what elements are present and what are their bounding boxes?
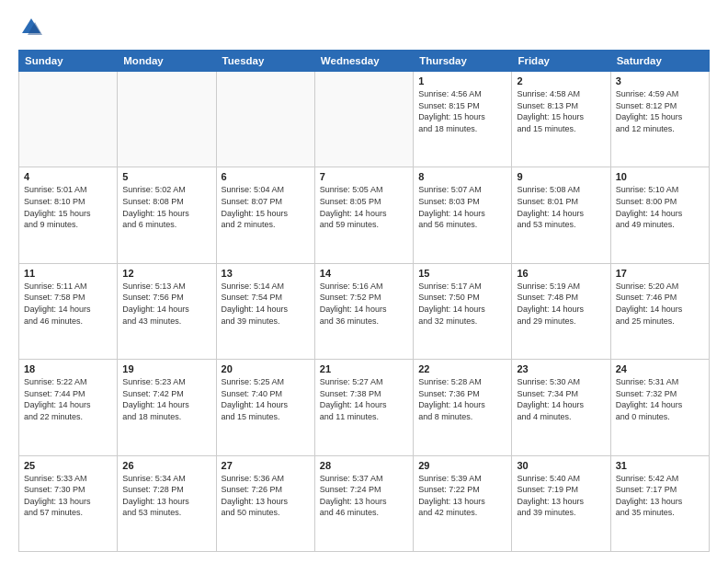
- day-info: Sunrise: 5:08 AMSunset: 8:01 PMDaylight:…: [517, 184, 605, 230]
- day-number: 21: [320, 363, 408, 374]
- calendar-cell: 25Sunrise: 5:33 AMSunset: 7:30 PMDayligh…: [19, 455, 118, 551]
- day-info: Sunrise: 5:28 AMSunset: 7:36 PMDaylight:…: [418, 376, 506, 422]
- day-number: 22: [418, 363, 506, 374]
- calendar-cell: [19, 72, 118, 167]
- day-number: 5: [122, 171, 210, 182]
- calendar-table: SundayMondayTuesdayWednesdayThursdayFrid…: [18, 50, 710, 552]
- day-info: Sunrise: 5:05 AMSunset: 8:05 PMDaylight:…: [320, 184, 408, 230]
- day-number: 18: [24, 363, 112, 374]
- calendar-cell: 21Sunrise: 5:27 AMSunset: 7:38 PMDayligh…: [314, 360, 413, 455]
- calendar-cell: [314, 72, 413, 167]
- calendar-cell: 23Sunrise: 5:30 AMSunset: 7:34 PMDayligh…: [512, 360, 610, 455]
- weekday-friday: Friday: [512, 51, 610, 72]
- day-number: 20: [222, 363, 310, 374]
- day-number: 28: [320, 460, 408, 471]
- calendar-cell: [118, 72, 216, 167]
- day-number: 23: [517, 363, 605, 374]
- day-number: 26: [122, 460, 210, 471]
- day-info: Sunrise: 5:17 AMSunset: 7:50 PMDaylight:…: [418, 281, 506, 327]
- day-info: Sunrise: 4:58 AMSunset: 8:13 PMDaylight:…: [517, 88, 605, 134]
- day-number: 13: [222, 268, 310, 279]
- day-info: Sunrise: 4:59 AMSunset: 8:12 PMDaylight:…: [616, 88, 704, 134]
- day-number: 7: [320, 171, 408, 182]
- calendar-cell: 2Sunrise: 4:58 AMSunset: 8:13 PMDaylight…: [512, 72, 610, 167]
- day-info: Sunrise: 5:14 AMSunset: 7:54 PMDaylight:…: [222, 281, 310, 327]
- weekday-thursday: Thursday: [414, 51, 512, 72]
- calendar-cell: 11Sunrise: 5:11 AMSunset: 7:58 PMDayligh…: [19, 263, 118, 359]
- day-number: 3: [616, 75, 704, 86]
- weekday-monday: Monday: [118, 51, 216, 72]
- day-number: 14: [320, 268, 408, 279]
- day-number: 10: [616, 171, 704, 182]
- day-number: 24: [616, 363, 704, 374]
- calendar-cell: 5Sunrise: 5:02 AMSunset: 8:08 PMDaylight…: [118, 167, 216, 263]
- day-number: 8: [418, 171, 506, 182]
- day-number: 12: [122, 268, 210, 279]
- calendar-cell: 30Sunrise: 5:40 AMSunset: 7:19 PMDayligh…: [512, 455, 610, 551]
- day-info: Sunrise: 5:10 AMSunset: 8:00 PMDaylight:…: [616, 184, 704, 230]
- day-number: 30: [517, 460, 605, 471]
- day-info: Sunrise: 5:13 AMSunset: 7:56 PMDaylight:…: [122, 281, 210, 327]
- day-info: Sunrise: 5:04 AMSunset: 8:07 PMDaylight:…: [222, 184, 310, 230]
- calendar-cell: 28Sunrise: 5:37 AMSunset: 7:24 PMDayligh…: [314, 455, 413, 551]
- day-number: 29: [418, 460, 506, 471]
- day-info: Sunrise: 5:31 AMSunset: 7:32 PMDaylight:…: [616, 376, 704, 422]
- calendar-cell: 19Sunrise: 5:23 AMSunset: 7:42 PMDayligh…: [118, 360, 216, 455]
- day-info: Sunrise: 5:19 AMSunset: 7:48 PMDaylight:…: [517, 281, 605, 327]
- calendar-cell: 17Sunrise: 5:20 AMSunset: 7:46 PMDayligh…: [610, 263, 709, 359]
- day-number: 27: [222, 460, 310, 471]
- weekday-tuesday: Tuesday: [216, 51, 314, 72]
- day-number: 17: [616, 268, 704, 279]
- calendar-cell: 18Sunrise: 5:22 AMSunset: 7:44 PMDayligh…: [19, 360, 118, 455]
- header: [18, 15, 710, 40]
- calendar-cell: 31Sunrise: 5:42 AMSunset: 7:17 PMDayligh…: [610, 455, 709, 551]
- day-info: Sunrise: 5:02 AMSunset: 8:08 PMDaylight:…: [122, 184, 210, 230]
- day-number: 4: [24, 171, 112, 182]
- calendar-cell: 26Sunrise: 5:34 AMSunset: 7:28 PMDayligh…: [118, 455, 216, 551]
- calendar-cell: 6Sunrise: 5:04 AMSunset: 8:07 PMDaylight…: [216, 167, 314, 263]
- week-row-2: 4Sunrise: 5:01 AMSunset: 8:10 PMDaylight…: [19, 167, 710, 263]
- day-number: 2: [517, 75, 605, 86]
- day-info: Sunrise: 5:34 AMSunset: 7:28 PMDaylight:…: [122, 473, 210, 519]
- day-info: Sunrise: 5:20 AMSunset: 7:46 PMDaylight:…: [616, 281, 704, 327]
- day-info: Sunrise: 4:56 AMSunset: 8:15 PMDaylight:…: [418, 88, 506, 134]
- calendar-cell: 10Sunrise: 5:10 AMSunset: 8:00 PMDayligh…: [610, 167, 709, 263]
- calendar-cell: 4Sunrise: 5:01 AMSunset: 8:10 PMDaylight…: [19, 167, 118, 263]
- weekday-wednesday: Wednesday: [314, 51, 413, 72]
- day-info: Sunrise: 5:30 AMSunset: 7:34 PMDaylight:…: [517, 376, 605, 422]
- day-number: 11: [24, 268, 112, 279]
- day-info: Sunrise: 5:27 AMSunset: 7:38 PMDaylight:…: [320, 376, 408, 422]
- day-info: Sunrise: 5:33 AMSunset: 7:30 PMDaylight:…: [24, 473, 112, 519]
- week-row-4: 18Sunrise: 5:22 AMSunset: 7:44 PMDayligh…: [19, 360, 710, 455]
- calendar-cell: 16Sunrise: 5:19 AMSunset: 7:48 PMDayligh…: [512, 263, 610, 359]
- calendar-cell: 8Sunrise: 5:07 AMSunset: 8:03 PMDaylight…: [414, 167, 512, 263]
- calendar-cell: 14Sunrise: 5:16 AMSunset: 7:52 PMDayligh…: [314, 263, 413, 359]
- day-number: 31: [616, 460, 704, 471]
- day-number: 16: [517, 268, 605, 279]
- day-number: 25: [24, 460, 112, 471]
- day-info: Sunrise: 5:16 AMSunset: 7:52 PMDaylight:…: [320, 281, 408, 327]
- day-info: Sunrise: 5:36 AMSunset: 7:26 PMDaylight:…: [222, 473, 310, 519]
- day-info: Sunrise: 5:01 AMSunset: 8:10 PMDaylight:…: [24, 184, 112, 230]
- day-number: 15: [418, 268, 506, 279]
- day-info: Sunrise: 5:23 AMSunset: 7:42 PMDaylight:…: [122, 376, 210, 422]
- week-row-1: 1Sunrise: 4:56 AMSunset: 8:15 PMDaylight…: [19, 72, 710, 167]
- calendar-cell: 29Sunrise: 5:39 AMSunset: 7:22 PMDayligh…: [414, 455, 512, 551]
- day-info: Sunrise: 5:11 AMSunset: 7:58 PMDaylight:…: [24, 281, 112, 327]
- logo-icon: [18, 15, 44, 40]
- day-info: Sunrise: 5:25 AMSunset: 7:40 PMDaylight:…: [222, 376, 310, 422]
- day-info: Sunrise: 5:07 AMSunset: 8:03 PMDaylight:…: [418, 184, 506, 230]
- calendar-cell: 15Sunrise: 5:17 AMSunset: 7:50 PMDayligh…: [414, 263, 512, 359]
- calendar-cell: 7Sunrise: 5:05 AMSunset: 8:05 PMDaylight…: [314, 167, 413, 263]
- page: SundayMondayTuesdayWednesdayThursdayFrid…: [0, 0, 728, 563]
- week-row-3: 11Sunrise: 5:11 AMSunset: 7:58 PMDayligh…: [19, 263, 710, 359]
- calendar-cell: 13Sunrise: 5:14 AMSunset: 7:54 PMDayligh…: [216, 263, 314, 359]
- day-info: Sunrise: 5:37 AMSunset: 7:24 PMDaylight:…: [320, 473, 408, 519]
- calendar-cell: 1Sunrise: 4:56 AMSunset: 8:15 PMDaylight…: [414, 72, 512, 167]
- calendar-cell: 9Sunrise: 5:08 AMSunset: 8:01 PMDaylight…: [512, 167, 610, 263]
- day-number: 9: [517, 171, 605, 182]
- calendar-cell: 22Sunrise: 5:28 AMSunset: 7:36 PMDayligh…: [414, 360, 512, 455]
- day-info: Sunrise: 5:40 AMSunset: 7:19 PMDaylight:…: [517, 473, 605, 519]
- day-info: Sunrise: 5:39 AMSunset: 7:22 PMDaylight:…: [418, 473, 506, 519]
- weekday-header-row: SundayMondayTuesdayWednesdayThursdayFrid…: [19, 51, 710, 72]
